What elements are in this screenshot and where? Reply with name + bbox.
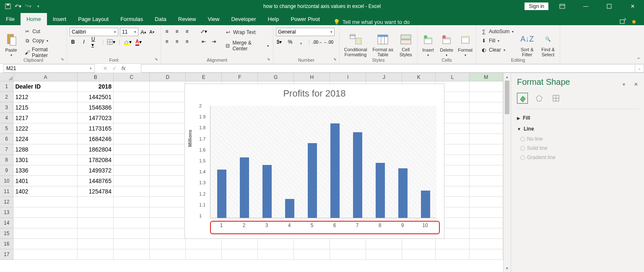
cell[interactable]: 1684246 [78,134,114,144]
cell[interactable] [13,207,78,218]
row-header-7[interactable]: 7 [0,144,13,155]
increase-indent-icon[interactable]: ⇥ [210,38,217,45]
cell[interactable] [114,207,150,218]
cell[interactable]: 1301 [13,155,78,165]
cell[interactable] [13,249,78,260]
bar[interactable] [285,199,294,218]
cell[interactable] [114,249,150,260]
formula-input[interactable] [141,64,635,73]
minimize-button[interactable]: ― [576,0,595,13]
cell[interactable] [114,81,150,92]
col-header-H[interactable]: H [294,73,330,81]
tab-view[interactable]: View [202,13,225,25]
col-header-L[interactable]: L [436,73,469,81]
cell[interactable] [114,92,150,102]
cell[interactable] [470,81,503,92]
cell[interactable]: 1546386 [78,102,114,113]
bar[interactable] [330,123,340,218]
cell[interactable] [78,239,114,249]
col-header-I[interactable]: I [330,73,366,81]
cell[interactable] [330,239,366,249]
row-header-10[interactable]: 10 [0,176,13,186]
increase-decimal-icon[interactable]: .00→ [314,39,321,45]
cell[interactable]: 1782084 [78,155,114,165]
decrease-decimal-icon[interactable]: ←.00 [325,39,332,45]
cell[interactable] [150,113,186,123]
align-top-icon[interactable]: ≡ [164,28,170,35]
increase-font-icon[interactable]: A▴ [140,29,147,35]
col-header-K[interactable]: K [402,73,436,81]
bar[interactable] [308,143,317,218]
col-header-G[interactable]: G [258,73,294,81]
decrease-indent-icon[interactable]: ⇤ [200,38,207,45]
scroll-up-icon[interactable]: ▴ [504,73,511,81]
font-name-combo[interactable]: Calibri▾ [70,28,118,36]
cell[interactable] [402,249,436,260]
cell[interactable] [150,197,186,207]
tab-formulas[interactable]: Formulas [114,13,149,25]
bar[interactable] [398,168,408,218]
cell[interactable] [258,249,294,260]
cell[interactable] [150,207,186,218]
tab-page-layout[interactable]: Page Layout [72,13,114,25]
cell[interactable] [470,228,503,239]
cell[interactable] [150,102,186,113]
tab-file[interactable]: File [0,13,21,25]
cell[interactable]: 1402 [13,186,78,197]
fill-section[interactable]: ▶Fill [517,112,638,123]
sign-in-button[interactable]: Sign in [525,3,548,10]
cell[interactable] [114,218,150,228]
cell[interactable] [114,186,150,197]
solid-line-radio[interactable]: Solid line [517,144,638,153]
bar[interactable] [353,132,362,218]
cell[interactable] [150,92,186,102]
cell[interactable] [294,249,330,260]
cell[interactable] [150,123,186,134]
orientation-icon[interactable]: ⤢▾ [200,28,207,35]
tell-me[interactable]: 💡 Tell me what you want to do [326,19,410,25]
cell[interactable] [13,239,78,249]
row-header-2[interactable]: 2 [0,92,13,102]
collapse-ribbon-icon[interactable]: ⌃ [636,57,641,63]
cell[interactable] [150,249,186,260]
bar[interactable] [240,157,249,218]
row-header-4[interactable]: 4 [0,113,13,123]
cell[interactable]: 1336 [13,165,78,176]
cell[interactable]: 1254784 [78,186,114,197]
cell[interactable] [114,144,150,155]
cell[interactable]: 1401 [13,176,78,186]
font-dialog-launcher[interactable]: ⬊ [154,57,159,62]
cell[interactable]: 1212 [13,92,78,102]
cell[interactable] [114,113,150,123]
cell[interactable] [470,92,503,102]
scroll-down-icon[interactable]: ▾ [504,264,511,272]
bar[interactable] [217,170,226,218]
borders-icon[interactable]: ▾ [108,39,114,45]
size-tab-icon[interactable] [551,93,561,104]
cell[interactable] [150,81,186,92]
decrease-font-icon[interactable]: A▾ [148,29,155,35]
align-middle-icon[interactable]: ≡ [174,28,180,35]
cell[interactable] [78,249,114,260]
cell[interactable] [114,228,150,239]
save-icon[interactable] [4,3,12,10]
row-header-8[interactable]: 8 [0,155,13,165]
clipboard-dialog-launcher[interactable]: ⬊ [60,57,65,62]
cell[interactable] [470,102,503,113]
comma-icon[interactable]: , [298,39,304,45]
align-right-icon[interactable]: ≡ [184,38,190,45]
cell[interactable]: 1215 [13,102,78,113]
wrap-text-button[interactable]: ↩Wrap Text [223,28,270,37]
share-icon[interactable] [620,18,626,25]
cell[interactable] [470,134,503,144]
row-header-3[interactable]: 3 [0,102,13,113]
cell[interactable] [258,239,294,249]
cell[interactable] [150,176,186,186]
copy-button[interactable]: ⧉Copy▾ [22,37,64,45]
align-left-icon[interactable]: ≡ [164,38,170,45]
cell[interactable] [470,186,503,197]
bar[interactable] [262,165,272,218]
cell[interactable] [114,123,150,134]
pane-close-icon[interactable]: ✕ [634,81,638,87]
cell[interactable] [114,134,150,144]
